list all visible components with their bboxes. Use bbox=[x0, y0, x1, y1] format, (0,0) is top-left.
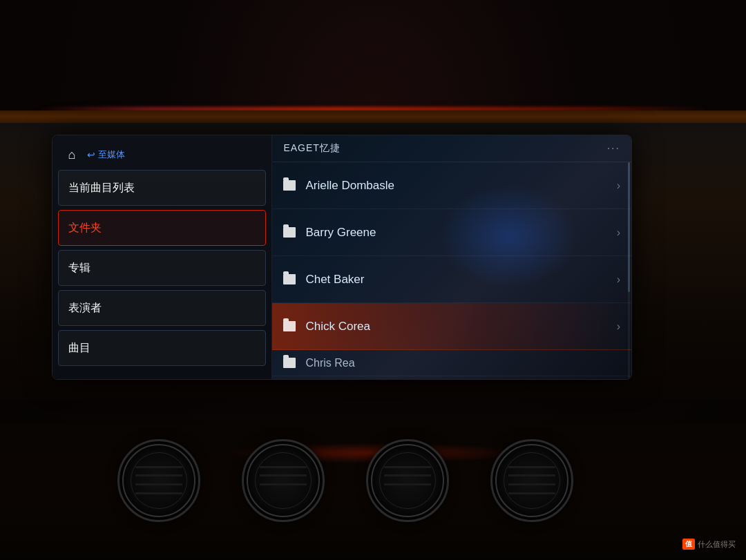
vent-slat-cl-2 bbox=[260, 474, 307, 476]
vent-slat-r-3 bbox=[508, 483, 555, 485]
vent-slats-right bbox=[502, 451, 562, 510]
menu-item-track[interactable]: 曲目 bbox=[58, 330, 266, 366]
vent-slat-3 bbox=[135, 483, 182, 485]
vent-slat-cl-1 bbox=[260, 466, 307, 468]
vent-slat-cr-3 bbox=[384, 483, 431, 485]
folder-icon-chris bbox=[283, 358, 296, 368]
navigation-bar: ⌂ ↩ 至媒体 bbox=[58, 142, 266, 170]
vent-center-right bbox=[366, 439, 449, 522]
artist-name-barry: Barry Greene bbox=[305, 226, 616, 240]
vent-slat-r-4 bbox=[508, 492, 555, 494]
chevron-icon-chick: › bbox=[617, 320, 620, 333]
back-label: 至媒体 bbox=[98, 148, 125, 161]
vent-slat-cr-1 bbox=[384, 466, 431, 468]
back-arrow-icon: ↩ bbox=[87, 149, 95, 160]
list-item-chris[interactable]: Chris Rea bbox=[272, 350, 631, 376]
vent-slat-r-1 bbox=[508, 466, 555, 468]
list-item-chet[interactable]: Chet Baker › bbox=[272, 256, 631, 303]
vent-slats-left bbox=[129, 451, 189, 510]
folder-icon-barry bbox=[283, 227, 296, 238]
more-options-button[interactable]: ··· bbox=[607, 142, 620, 155]
home-icon[interactable]: ⌂ bbox=[62, 145, 82, 164]
folder-icon-arielle bbox=[283, 180, 296, 191]
vent-slats-cr bbox=[378, 451, 437, 510]
device-title: EAGET忆捷 bbox=[283, 142, 340, 155]
chevron-icon-arielle: › bbox=[617, 180, 620, 192]
menu-item-album-label: 专辑 bbox=[68, 261, 90, 276]
vent-slat-1 bbox=[135, 466, 182, 468]
menu-item-folder-label: 文件夹 bbox=[68, 221, 102, 235]
list-item-barry[interactable]: Barry Greene › bbox=[272, 209, 631, 256]
back-button[interactable]: ↩ 至媒体 bbox=[87, 148, 125, 161]
wood-trim bbox=[0, 110, 746, 123]
screen-content: ⌂ ↩ 至媒体 当前曲目列表 文件夹 专辑 表演者 曲目 bbox=[52, 135, 631, 379]
vent-left bbox=[117, 439, 200, 522]
folder-icon-chick bbox=[283, 321, 296, 331]
menu-item-track-label: 曲目 bbox=[68, 341, 90, 356]
vent-slat-r-2 bbox=[508, 474, 555, 476]
vent-slat-cr-2 bbox=[384, 474, 431, 476]
watermark: 值 什么值得买 bbox=[682, 539, 736, 550]
vent-right bbox=[490, 439, 573, 522]
list-item-chick[interactable]: Chick Corea › bbox=[272, 303, 631, 350]
watermark-logo: 值 bbox=[682, 539, 695, 550]
infotainment-screen: ⌂ ↩ 至媒体 当前曲目列表 文件夹 专辑 表演者 曲目 bbox=[52, 135, 632, 380]
artist-name-arielle: Arielle Dombasle bbox=[305, 179, 616, 193]
vent-slat-cl-3 bbox=[260, 483, 307, 485]
vent-slat-2 bbox=[135, 474, 182, 476]
left-menu-panel: ⌂ ↩ 至媒体 当前曲目列表 文件夹 专辑 表演者 曲目 bbox=[52, 135, 272, 379]
artist-name-chet: Chet Baker bbox=[305, 273, 616, 287]
right-panel-header: EAGET忆捷 ··· bbox=[272, 135, 631, 162]
menu-item-performer[interactable]: 表演者 bbox=[58, 290, 266, 326]
artist-name-chris: Chris Rea bbox=[305, 357, 620, 369]
artist-name-chick: Chick Corea bbox=[305, 320, 616, 334]
air-vents-area bbox=[35, 422, 656, 539]
menu-item-album[interactable]: 专辑 bbox=[58, 250, 266, 286]
chevron-icon-barry: › bbox=[617, 226, 620, 239]
vent-slats-cl bbox=[254, 451, 313, 510]
folder-icon-chet bbox=[283, 274, 296, 284]
vent-center-left bbox=[242, 439, 325, 522]
chevron-icon-chet: › bbox=[617, 273, 620, 286]
list-item-arielle[interactable]: Arielle Dombasle › bbox=[272, 162, 631, 209]
menu-item-performer-label: 表演者 bbox=[68, 301, 102, 316]
menu-item-folder[interactable]: 文件夹 bbox=[58, 210, 266, 246]
menu-item-playlist-label: 当前曲目列表 bbox=[68, 181, 135, 195]
vent-slat-4 bbox=[135, 492, 182, 494]
menu-item-playlist[interactable]: 当前曲目列表 bbox=[58, 170, 266, 206]
right-content-panel: EAGET忆捷 ··· Arielle Dombasle › Barry Gre… bbox=[272, 135, 631, 379]
watermark-text: 什么值得买 bbox=[698, 539, 736, 550]
artist-list: Arielle Dombasle › Barry Greene › Chet B… bbox=[272, 162, 631, 379]
